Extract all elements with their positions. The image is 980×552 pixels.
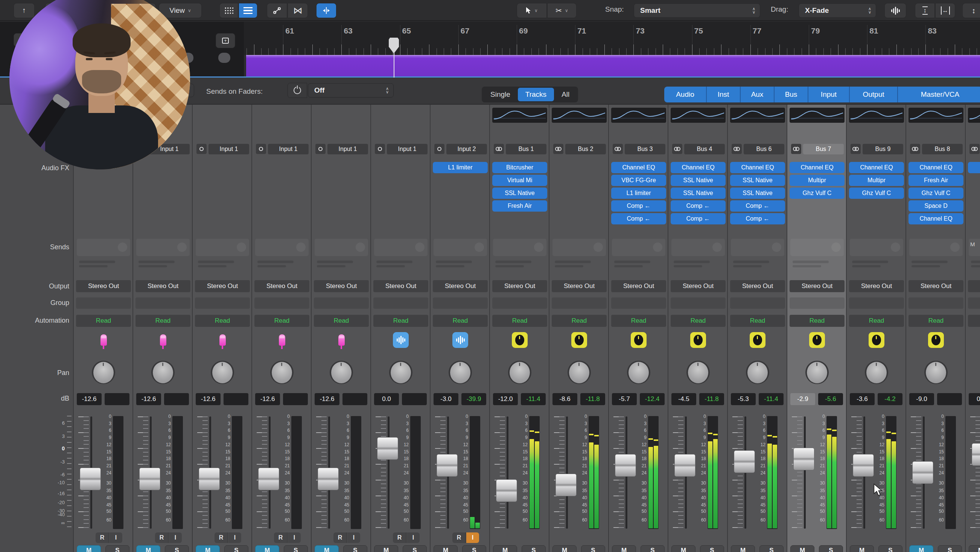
volume-db-value[interactable]: -5.3 [731,393,756,405]
volume-db-value[interactable]: -5.7 [612,393,637,405]
channel-strip-bus-3[interactable]: Bus 3Channel EQVBC FG-GreL1 limiterComp … [609,105,668,552]
audio-fx-slot[interactable]: Multipr [789,175,845,186]
pan-knob[interactable] [391,362,411,383]
automation-mode-button[interactable]: Read [373,315,428,327]
automation-mode-button[interactable]: Read [255,315,309,327]
pan-knob[interactable] [628,362,649,383]
solo-button[interactable]: S [700,545,724,552]
volume-fader[interactable] [437,454,458,477]
volume-fader[interactable] [853,454,874,477]
channel-input-name[interactable]: Bus 2 [565,144,606,155]
pan-knob[interactable] [866,362,887,383]
peak-db-value[interactable]: -11.8 [580,393,605,405]
audio-fx-slot[interactable]: Ghz Vulf C [849,188,904,199]
peak-db-value[interactable] [105,393,129,405]
automation-mode-button[interactable]: Read [968,315,980,327]
send-slot-empty[interactable] [612,239,665,256]
audio-fx-slot[interactable]: L1 limiter [611,188,666,199]
eq-thumbnail[interactable] [789,108,845,123]
mute-button[interactable]: M [374,545,398,552]
volume-db-value[interactable]: -3.6 [850,393,875,405]
filter-audio[interactable]: Audio [664,86,707,102]
mute-button[interactable]: M [552,545,577,552]
channel-input-name[interactable]: Bus 8 [922,144,963,155]
peak-db-value[interactable]: -11.8 [699,393,724,405]
scissors-tool-button[interactable]: ✂ ∨ [547,3,577,18]
solo-button[interactable]: S [938,545,962,552]
output-button[interactable]: Stereo Out [849,280,904,292]
mute-button[interactable]: M [850,545,874,552]
record-enable-button[interactable]: R [155,533,169,543]
volume-fader[interactable] [377,437,398,460]
back-arrow-button[interactable]: ↑ [14,3,35,18]
audio-fx-slot[interactable]: Comp ← [611,213,666,224]
peak-db-value[interactable]: -4.2 [878,393,902,405]
pan-knob[interactable] [153,362,173,383]
send-slot-empty[interactable] [850,239,903,256]
output-button[interactable]: Stereo Out [492,280,547,292]
input-monitor-button[interactable]: I [466,533,479,543]
filter-output[interactable]: Output [850,86,898,102]
volume-fader[interactable] [912,461,933,484]
solo-button[interactable]: S [105,545,129,552]
output-button[interactable]: Stereo Out [611,280,666,292]
mute-button[interactable]: M [136,545,160,552]
eq-thumbnail[interactable] [492,108,547,123]
send-slot-empty[interactable] [255,239,309,256]
channel-format-button[interactable] [732,144,742,154]
audio-fx-slot[interactable]: Virtual Mi [492,175,547,186]
channel-format-button[interactable] [553,144,563,154]
eq-thumbnail[interactable] [611,108,666,123]
automation-mode-button[interactable]: Read [314,315,369,327]
automation-mode-button[interactable]: Read [908,315,963,327]
solo-button[interactable]: S [581,545,605,552]
send-slot-empty[interactable] [493,239,546,256]
solo-button[interactable]: S [462,545,486,552]
send-slot-empty[interactable] [315,239,368,256]
peak-db-value[interactable] [937,393,962,405]
channel-format-button[interactable] [969,144,980,154]
channel-format-button[interactable] [494,144,504,154]
channel-strip-bus-1[interactable]: Bus 1BitcrusherVirtual MiSSL NativeFresh… [490,105,549,552]
channel-input-name[interactable]: Input 1 [328,144,368,155]
volume-db-value[interactable]: -12.6 [77,393,102,405]
peak-db-value[interactable] [402,393,427,405]
output-button[interactable]: Stereo Out [314,280,369,292]
group-slot-empty[interactable] [789,297,845,309]
channel-strip-input-1[interactable]: Input 1Stereo OutRead-12.603691215182124… [252,105,312,552]
volume-fader[interactable] [793,448,815,470]
channel-input-name[interactable]: Input 2 [446,144,487,155]
channel-format-button[interactable] [851,144,861,154]
audio-fx-slot[interactable]: SSL Native [671,188,725,199]
output-button[interactable]: Stereo Out [671,280,725,292]
channel-strip-bus-2[interactable]: Bus 2Stereo OutRead-8.6-11.8036912151821… [549,105,609,552]
audio-fx-slot[interactable]: Fresh Air [908,175,963,186]
channel-strip-bus-4[interactable]: Bus 4Channel EQSSL NativeSSL NativeComp … [668,105,728,552]
audio-fx-slot[interactable]: Channel EQ [908,213,963,224]
channel-input-name[interactable]: Input 1 [208,144,249,155]
group-slot-empty[interactable] [611,297,666,309]
mute-button[interactable]: M [909,545,933,552]
eq-thumbnail[interactable] [552,108,607,123]
channel-format-button[interactable] [791,144,801,154]
group-slot-empty[interactable] [255,297,309,309]
input-monitor-button[interactable]: I [347,533,360,543]
channel-format-button[interactable] [910,144,920,154]
pan-knob[interactable] [93,362,114,383]
channel-format-button[interactable] [434,144,444,154]
mute-button[interactable]: M [671,545,695,552]
peak-db-value[interactable] [164,393,189,405]
volume-db-value[interactable]: -12.6 [196,393,221,405]
peak-db-value[interactable]: -39.9 [461,393,486,405]
mute-button[interactable]: M [731,545,755,552]
automation-mode-button[interactable]: Read [433,315,488,327]
output-button[interactable]: Stereo Out [433,280,488,292]
pan-knob[interactable] [331,362,352,383]
output-button[interactable]: Stereo Out [789,280,845,292]
send-slot-empty[interactable] [434,239,487,256]
record-enable-button[interactable]: R [452,533,466,543]
send-slot-empty[interactable] [374,239,428,256]
volume-db-value[interactable]: 0.0 [969,393,980,405]
mute-button[interactable]: M [434,545,458,552]
input-monitor-button[interactable]: I [407,533,420,543]
